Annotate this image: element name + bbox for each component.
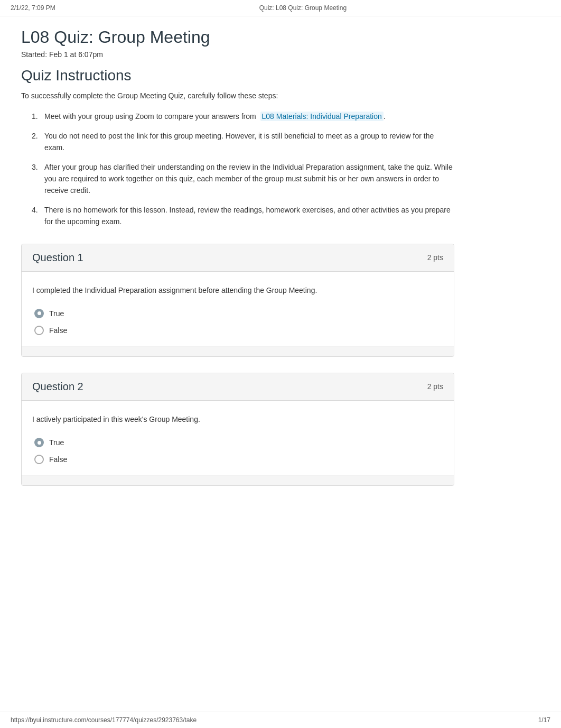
question-1-option-false[interactable]: False [34,326,443,335]
question-1-text: I completed the Individual Preparation a… [32,284,443,296]
radio-false-q1[interactable] [34,326,44,335]
list-text-2: You do not need to post the link for thi… [44,130,454,154]
page-title: L08 Quiz: Group Meeting [21,27,454,47]
question-2-pts: 2 pts [427,382,443,391]
list-number-2: 2. [32,130,44,154]
list-item-1: 1. Meet with your group using Zoom to co… [32,110,454,122]
question-2-option-true[interactable]: True [34,438,443,447]
question-1-pts: 2 pts [427,253,443,262]
main-content: L08 Quiz: Group Meeting Started: Feb 1 a… [0,16,475,523]
question-1-title: Question 1 [32,252,83,264]
started-info: Started: Feb 1 at 6:07pm [21,50,454,59]
option-label-true-q1: True [49,309,64,318]
question-card-1: Question 1 2 pts I completed the Individ… [21,244,454,357]
question-2-footer [22,475,454,485]
instructions-list: 1. Meet with your group using Zoom to co… [32,110,454,227]
list-item-3: 3. After your group has clarified their … [32,161,454,197]
individual-preparation-link[interactable]: L08 Materials: Individual Preparation [260,112,384,121]
radio-false-q2[interactable] [34,455,44,464]
radio-true-q1[interactable] [34,309,44,318]
top-bar: 2/1/22, 7:09 PM Quiz: L08 Quiz: Group Me… [0,0,561,16]
option-label-false-q2: False [49,455,67,464]
question-card-2: Question 2 2 pts I actively participated… [21,373,454,486]
question-2-text: I actively participated in this week's G… [32,413,443,425]
top-bar-title: Quiz: L08 Quiz: Group Meeting [259,4,347,12]
list-number-3: 3. [32,161,44,197]
question-2-options: True False [32,438,443,464]
top-bar-date: 2/1/22, 7:09 PM [11,4,55,12]
questions-area: Question 1 2 pts I completed the Individ… [21,244,454,486]
question-1-option-true[interactable]: True [34,309,443,318]
list-text-1: Meet with your group using Zoom to compa… [44,110,454,122]
question-2-body: I actively participated in this week's G… [22,401,454,475]
question-1-header: Question 1 2 pts [22,244,454,272]
question-1-footer [22,346,454,356]
list-text-3: After your group has clarified their und… [44,161,454,197]
question-2-option-false[interactable]: False [34,455,443,464]
option-label-false-q1: False [49,326,67,335]
list-text-4: There is no homework for this lesson. In… [44,204,454,228]
question-1-options: True False [32,309,443,335]
list-number-1: 1. [32,110,44,122]
instructions-intro: To successfully complete the Group Meeti… [21,91,454,100]
list-number-4: 4. [32,204,44,228]
option-label-true-q2: True [49,438,64,447]
section-title: Quiz Instructions [21,67,454,84]
question-2-title: Question 2 [32,381,83,393]
list-item-2: 2. You do not need to post the link for … [32,130,454,154]
question-1-body: I completed the Individual Preparation a… [22,272,454,346]
question-2-header: Question 2 2 pts [22,373,454,401]
list-item-4: 4. There is no homework for this lesson.… [32,204,454,228]
radio-true-q2[interactable] [34,438,44,447]
